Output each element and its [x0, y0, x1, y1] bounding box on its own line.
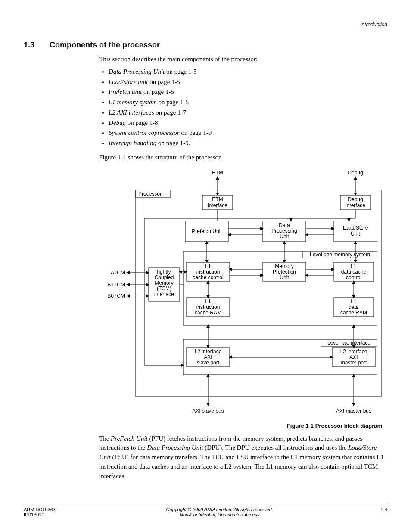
- svg-text:L1: L1: [205, 299, 211, 305]
- list-item: Load/store unit on page 1-5: [109, 77, 387, 87]
- svg-text:instruction: instruction: [196, 304, 220, 310]
- intro-text: This section describes the main componen…: [99, 55, 387, 64]
- svg-text:cache RAM: cache RAM: [340, 310, 367, 316]
- svg-text:Coupled: Coupled: [155, 274, 174, 280]
- svg-text:L2 interface: L2 interface: [195, 348, 222, 355]
- svg-text:(TCM): (TCM): [157, 286, 171, 292]
- svg-text:ETM: ETM: [212, 170, 223, 176]
- section-heading: 1.3 Components of the processor: [24, 40, 387, 50]
- svg-text:master port: master port: [341, 360, 367, 366]
- list-item: Data Processing Unit on page 1-5: [109, 67, 387, 77]
- svg-text:slave port: slave port: [197, 360, 220, 366]
- svg-text:ETM: ETM: [212, 196, 223, 202]
- svg-text:ATCM: ATCM: [111, 270, 125, 276]
- footer-copyright: Copyright © 2009 ARM Limited. All rights…: [166, 507, 273, 512]
- figure-intro-text: Figure 1-1 shows the structure of the pr…: [99, 153, 387, 162]
- footer-docid1: ARM DDI 0363E: [24, 507, 59, 512]
- svg-text:data cache: data cache: [341, 269, 367, 275]
- svg-text:Prefetch Unit: Prefetch Unit: [192, 228, 222, 234]
- svg-text:Protection: Protection: [273, 269, 296, 275]
- page-footer: ARM DDI 0363E ID013010 Copyright © 2009 …: [24, 505, 387, 517]
- list-item: Interrupt handling on page 1-9.: [109, 138, 387, 149]
- list-item: L1 memory system on page 1-5: [109, 97, 387, 108]
- svg-text:AXI slave bus: AXI slave bus: [192, 408, 224, 414]
- list-item: Debug on page 1-8: [109, 118, 387, 128]
- svg-text:cache control: cache control: [193, 274, 223, 280]
- svg-text:Processing: Processing: [271, 228, 297, 234]
- svg-text:B0TCM: B0TCM: [107, 293, 125, 299]
- svg-text:Debug: Debug: [348, 170, 363, 176]
- svg-text:Unit: Unit: [280, 233, 289, 240]
- svg-text:Level one memory system: Level one memory system: [310, 252, 370, 258]
- figure-diagram: ETM Debug Processor ETM interface Debug …: [24, 169, 387, 419]
- svg-text:interface: interface: [208, 202, 227, 208]
- footer-confidentiality: Non-Confidential, Unrestricted Access: [166, 512, 273, 517]
- section-number: 1.3: [24, 40, 47, 50]
- list-item: L2 AXI interfaces on page 1-7: [109, 108, 387, 118]
- svg-text:Tightly-: Tightly-: [156, 269, 173, 275]
- svg-text:Unit: Unit: [351, 231, 360, 237]
- svg-text:L1: L1: [205, 263, 211, 269]
- list-item: Prefetch unit on page 1-5: [109, 87, 387, 97]
- body-paragraph: The PreFetch Unit (PFU) fetches instruct…: [99, 434, 387, 481]
- svg-text:L1: L1: [351, 263, 357, 269]
- svg-text:interface: interface: [346, 202, 365, 208]
- svg-text:Processor: Processor: [138, 191, 162, 197]
- svg-text:control: control: [346, 274, 361, 280]
- svg-text:Level two interface: Level two interface: [327, 340, 371, 346]
- svg-text:Memory: Memory: [155, 280, 173, 286]
- figure-caption: Figure 1-1 Processor block diagram: [24, 423, 387, 429]
- svg-text:Memory: Memory: [275, 263, 293, 269]
- svg-text:interface: interface: [154, 291, 174, 297]
- svg-text:AXI: AXI: [349, 354, 358, 360]
- svg-text:data: data: [349, 304, 359, 310]
- svg-text:L2 interface: L2 interface: [340, 348, 367, 355]
- header-section-label: Introduction: [360, 22, 387, 28]
- svg-text:AXI: AXI: [204, 354, 212, 360]
- footer-page-number: 1-4: [380, 507, 387, 512]
- svg-text:B1TCM: B1TCM: [107, 282, 125, 288]
- footer-docid2: ID013010: [24, 512, 59, 517]
- svg-text:cache RAM: cache RAM: [195, 310, 221, 316]
- svg-text:Unit: Unit: [280, 274, 289, 280]
- svg-text:Debug: Debug: [348, 196, 363, 202]
- svg-text:Load/Store: Load/Store: [343, 225, 368, 231]
- section-title: Components of the processor: [50, 40, 160, 49]
- svg-text:AXI master bus: AXI master bus: [336, 408, 371, 414]
- bullet-list: Data Processing Unit on page 1-5 Load/st…: [99, 67, 387, 149]
- svg-text:instruction: instruction: [196, 269, 220, 275]
- svg-text:Data: Data: [279, 222, 290, 228]
- svg-text:L1: L1: [351, 299, 357, 305]
- list-item: System control coprocessor on page 1-9: [109, 128, 387, 138]
